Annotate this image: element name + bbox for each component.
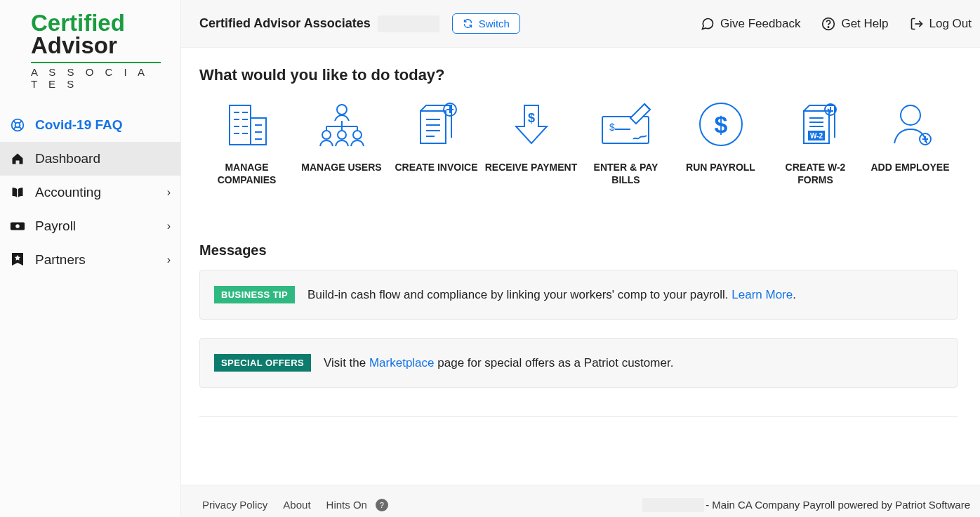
invoice-plus-icon [389, 100, 484, 149]
w2-forms-icon: W-2 [768, 100, 863, 149]
footer: Privacy Policy About Hints On ? - Main C… [181, 485, 980, 517]
star-flag-icon [10, 253, 25, 267]
money-icon [10, 220, 25, 233]
write-check-icon: $ [578, 100, 673, 149]
svg-point-30 [322, 131, 331, 139]
message-special-offers: SPECIAL OFFERS Visit the Marketplace pag… [199, 338, 958, 388]
sidebar-item-covid-faq[interactable]: Covid-19 FAQ [0, 108, 180, 142]
action-create-w2[interactable]: W-2 CREATE W-2 FORMS [768, 100, 863, 186]
svg-line-4 [20, 121, 22, 123]
divider [199, 416, 958, 417]
action-label: CREATE INVOICE [389, 162, 484, 174]
action-label: ENTER & PAY BILLS [578, 162, 673, 186]
action-label: MANAGE COMPANIES [199, 162, 294, 186]
action-label: MANAGE USERS [294, 162, 389, 174]
sidebar-item-label: Dashboard [35, 151, 100, 166]
topbar: Certified Advisor Associates Switch Give… [181, 0, 980, 48]
sidebar-item-label: Accounting [35, 185, 101, 200]
action-label: ADD EMPLOYEE [863, 162, 958, 174]
svg-rect-11 [230, 105, 251, 145]
svg-point-1 [15, 123, 20, 128]
svg-text:W-2: W-2 [809, 132, 823, 140]
life-ring-icon [10, 118, 25, 132]
sidebar-item-label: Payroll [35, 218, 76, 234]
svg-point-9 [828, 26, 829, 27]
messages-heading: Messages [199, 242, 958, 258]
sidebar-item-accounting[interactable]: Accounting › [0, 176, 180, 209]
switch-label: Switch [479, 18, 510, 30]
badge-special-offers: SPECIAL OFFERS [214, 354, 311, 372]
svg-rect-33 [421, 111, 446, 143]
action-receive-payment[interactable]: $ RECEIVE PAYMENT [484, 100, 578, 186]
main: Certified Advisor Associates Switch Give… [181, 0, 980, 517]
switch-button[interactable]: Switch [452, 13, 520, 34]
give-feedback-link[interactable]: Give Feedback [701, 17, 800, 31]
action-enter-pay-bills[interactable]: $ ENTER & PAY BILLS [578, 100, 673, 186]
chevron-right-icon: › [167, 220, 171, 233]
svg-point-32 [353, 131, 362, 139]
learn-more-link[interactable]: Learn More [731, 288, 793, 301]
privacy-link[interactable]: Privacy Policy [202, 499, 267, 511]
logout-link[interactable]: Log Out [910, 17, 972, 31]
home-icon [10, 152, 25, 166]
chevron-right-icon: › [167, 254, 171, 266]
marketplace-link[interactable]: Marketplace [369, 356, 435, 369]
book-icon [10, 185, 25, 199]
sidebar-item-dashboard[interactable]: Dashboard [0, 142, 180, 176]
chat-icon [701, 17, 715, 31]
badge-business-tip: BUSINESS TIP [214, 286, 295, 303]
action-create-invoice[interactable]: CREATE INVOICE [389, 100, 484, 186]
message-business-tip: BUSINESS TIP Build-in cash flow and comp… [199, 270, 958, 320]
footer-right-text: - Main CA Company Payroll powered by Pat… [706, 499, 970, 511]
footer-logo-placeholder [642, 498, 704, 512]
svg-point-24 [337, 105, 347, 114]
user-plus-icon [863, 100, 958, 149]
sidebar-item-partners[interactable]: Partners › [0, 243, 180, 277]
svg-text:$: $ [609, 122, 615, 133]
action-manage-companies[interactable]: MANAGE COMPANIES [199, 100, 294, 186]
company-select-input[interactable] [378, 15, 439, 32]
chevron-right-icon: › [167, 186, 171, 199]
about-link[interactable]: About [283, 499, 310, 511]
logo-divider [31, 62, 161, 63]
sidebar-item-label: Covid-19 FAQ [35, 117, 123, 133]
dollar-circle-icon: $ [673, 100, 768, 149]
footer-right: - Main CA Company Payroll powered by Pat… [642, 498, 970, 512]
logo-line3: A S S O C I A T E S [31, 66, 161, 90]
svg-line-2 [13, 121, 15, 123]
message-text: Visit the Marketplace page for special o… [324, 356, 673, 370]
svg-point-7 [15, 224, 20, 228]
logo: Certified Advisor A S S O C I A T E S [0, 0, 180, 96]
action-manage-users[interactable]: MANAGE USERS [294, 100, 389, 186]
content: What would you like to do today? MA [181, 48, 980, 485]
users-tree-icon [294, 100, 389, 149]
svg-text:$: $ [527, 111, 534, 125]
hints-help-icon[interactable]: ? [376, 499, 388, 511]
message-text: Build-in cash flow and compliance by lin… [307, 288, 796, 302]
link-label: Give Feedback [720, 17, 800, 31]
page-heading: What would you like to do today? [199, 66, 958, 84]
sidebar-item-payroll[interactable]: Payroll › [0, 209, 180, 243]
quick-actions: MANAGE COMPANIES MANAGE USERS [199, 100, 958, 186]
get-help-link[interactable]: Get Help [821, 17, 888, 31]
svg-line-3 [20, 127, 22, 129]
company-name: Certified Advisor Associates [199, 16, 371, 31]
svg-text:$: $ [714, 111, 727, 138]
action-add-employee[interactable]: ADD EMPLOYEE [863, 100, 958, 186]
logout-icon [910, 17, 924, 31]
hints-toggle[interactable]: Hints On [326, 499, 367, 511]
dollar-down-icon: $ [484, 100, 578, 149]
svg-point-56 [901, 105, 920, 125]
refresh-icon [463, 18, 473, 29]
sidebar-item-label: Partners [35, 252, 86, 268]
sidebar: Certified Advisor A S S O C I A T E S Co… [0, 0, 181, 517]
link-label: Get Help [841, 17, 888, 31]
sidebar-nav: Covid-19 FAQ Dashboard Accounting › Pay [0, 108, 180, 277]
buildings-icon [199, 100, 294, 149]
action-label: CREATE W-2 FORMS [768, 162, 863, 186]
help-icon [821, 17, 835, 31]
link-label: Log Out [929, 17, 972, 31]
svg-line-5 [13, 127, 15, 129]
action-run-payroll[interactable]: $ RUN PAYROLL [673, 100, 768, 186]
svg-point-31 [338, 131, 346, 139]
